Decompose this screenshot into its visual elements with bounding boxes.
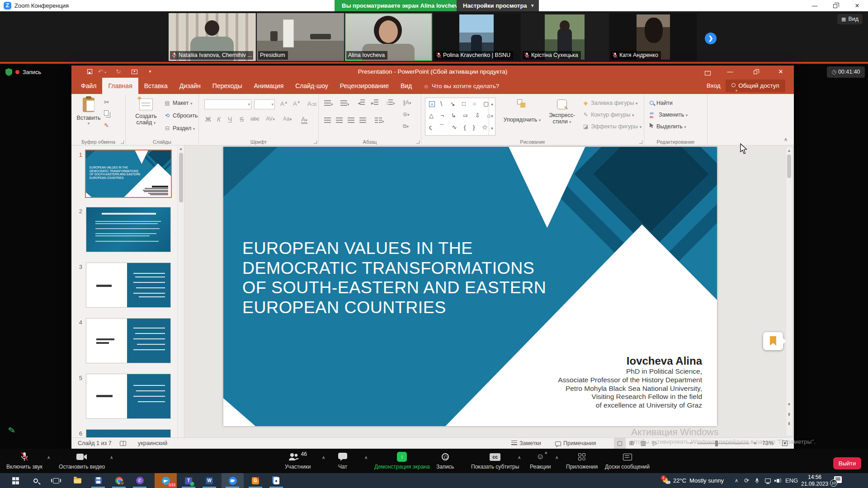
ppt-minimize-button[interactable]: — <box>721 66 740 78</box>
tab-design[interactable]: Дизайн <box>174 78 207 94</box>
font-name-combo[interactable]: ▾ <box>204 99 251 109</box>
dialog-launcher-icon[interactable] <box>416 141 420 144</box>
keyboard-language[interactable]: ENG <box>785 477 798 484</box>
normal-view-button[interactable]: ▢ <box>614 438 626 449</box>
tab-transitions[interactable]: Переходы <box>207 78 248 94</box>
shrink-font-button[interactable]: A▼ <box>293 100 301 107</box>
save-button[interactable] <box>84 66 95 78</box>
tray-mic-icon[interactable] <box>755 478 759 483</box>
zoom-app-button-active[interactable] <box>222 473 244 488</box>
tray-expand-chevron[interactable]: ∧ <box>735 478 738 483</box>
solitaire-button[interactable]: ♠ <box>266 473 286 488</box>
character-spacing-button[interactable]: AV▾ <box>266 116 275 122</box>
viber-button[interactable]: ✆ <box>130 473 150 488</box>
slide-thumbnail-2[interactable] <box>86 207 171 252</box>
customize-qat-button[interactable]: ▾ <box>146 66 155 78</box>
taskbar-app-floppy[interactable] <box>88 473 108 488</box>
paste-button[interactable]: Вставить ▾ <box>76 98 101 126</box>
increase-indent-button[interactable]: ▸ <box>371 99 378 106</box>
tell-me-search[interactable]: ☼Что вы хотите сделать? <box>418 78 505 94</box>
slide-title[interactable]: EUROPEAN VALUES IN THE DEMOCRATIC TRANSF… <box>242 239 546 317</box>
comments-button[interactable]: Примечания <box>555 438 596 449</box>
stop-video-button[interactable]: Остановить видео <box>59 451 105 470</box>
share-screen-button[interactable]: ↑ Демонстрация экрана <box>374 451 430 470</box>
word-button[interactable]: W <box>199 473 219 488</box>
start-slideshow-button[interactable] <box>128 66 140 78</box>
section-button[interactable]: ⊟Раздел ▾ <box>164 123 195 134</box>
annotate-pencil-icon[interactable]: ✎ <box>7 425 16 436</box>
unmute-button[interactable]: Включить звук <box>6 451 42 470</box>
tab-insert[interactable]: Вставка <box>138 78 174 94</box>
chat-chevron[interactable]: ∧ <box>364 455 368 460</box>
pdf-app-button[interactable]: G <box>245 473 265 488</box>
tab-review[interactable]: Рецензирование <box>334 78 395 94</box>
slide-thumbnail-5[interactable] <box>86 374 171 419</box>
collapse-ribbon-button[interactable]: ∧ <box>784 136 788 142</box>
tab-file[interactable]: Файл <box>75 78 102 94</box>
audio-options-chevron[interactable]: ∧ <box>47 455 50 460</box>
grow-font-button[interactable]: A▲ <box>280 100 288 107</box>
reactions-button[interactable]: ☺ Реакции <box>530 451 551 470</box>
clear-formatting-button[interactable]: A⌫ <box>307 100 316 107</box>
quick-styles-button[interactable]: Экспресс- стили ▾ <box>546 99 578 125</box>
share-document-button[interactable]: Общий доступ <box>726 80 785 92</box>
strikethrough-button[interactable]: S <box>240 116 244 123</box>
shape-outline-button[interactable]: ✎Контур фигуры ▾ <box>582 109 634 120</box>
scroll-down-icon[interactable]: ▼ <box>786 401 792 408</box>
layout-button[interactable]: ▤Макет ▾ <box>164 98 192 108</box>
slide-scrollbar[interactable]: ▲ ▼ ⇞ ⇟ <box>786 147 793 436</box>
underline-button[interactable]: Ч <box>228 116 232 123</box>
gallery-view-button[interactable]: ▦Вид <box>837 14 863 24</box>
proofing-icon[interactable] <box>120 438 126 449</box>
shapes-gallery[interactable]: A ∖ ↘ □ ○ ▢ △ ¬ ↳ ⇨ ⇩ ⌂ ς ⌒ ∿ { } ☆ ▲▼▼ <box>425 98 495 136</box>
select-button[interactable]: Выделить ▾ <box>650 121 686 132</box>
captions-button[interactable]: cc Показать субтитры <box>471 451 519 470</box>
shape-fill-button[interactable]: ◆Заливка фигуры ▾ <box>582 98 637 108</box>
previous-slide-button[interactable]: ⇞ <box>786 411 792 418</box>
thumbnail-scrollbar[interactable]: ▲ <box>177 145 184 437</box>
participant-tile[interactable]: Presidium <box>257 13 344 61</box>
view-settings-dropdown[interactable]: Настройки просмотра▼ <box>457 0 539 11</box>
restore-button[interactable] <box>826 0 844 11</box>
sign-in-link[interactable]: Вход <box>707 78 721 94</box>
record-button[interactable]: Запись <box>436 451 454 470</box>
tray-volume-icon[interactable] <box>777 479 779 483</box>
tab-slideshow[interactable]: Слайд-шоу <box>289 78 334 94</box>
ppt-close-button[interactable]: ✕ <box>771 66 790 78</box>
telegram-button-active[interactable]: 533 <box>155 473 177 488</box>
participant-tile[interactable]: Катя Андренко <box>609 13 697 61</box>
font-color-button[interactable]: A▾ <box>301 116 307 123</box>
shapes-scroll[interactable]: ▲▼▼ <box>489 98 495 136</box>
task-view-button[interactable] <box>46 473 66 488</box>
dialog-launcher-icon[interactable] <box>121 141 124 144</box>
teams-button[interactable]: T <box>179 473 198 488</box>
scroll-up-icon[interactable]: ▲ <box>786 147 792 154</box>
tab-view[interactable]: Вид <box>395 78 418 94</box>
cut-button[interactable]: ✂ <box>104 99 109 106</box>
slide-canvas[interactable]: EUROPEAN VALUES IN THE DEMOCRATIC TRANSF… <box>223 147 717 426</box>
participants-button[interactable]: 46 Участники <box>285 451 311 470</box>
dialog-launcher-icon[interactable] <box>314 141 317 144</box>
bullets-button[interactable]: ▾ <box>324 100 333 107</box>
notes-button[interactable]: Заметки <box>511 438 541 449</box>
participant-tile[interactable]: Крістіна Сухецька <box>521 13 609 61</box>
close-button[interactable]: ✕ <box>848 0 866 11</box>
shape-effects-button[interactable]: ◪Эффекты фигуры ▾ <box>582 121 642 132</box>
participants-chevron[interactable]: ∧ <box>322 455 325 460</box>
chat-button[interactable]: Чат <box>338 451 347 470</box>
participant-tile-active-speaker[interactable]: Alina Iovcheva <box>345 13 432 61</box>
scrollbar-thumb[interactable] <box>787 155 791 178</box>
file-explorer-button[interactable] <box>67 473 87 488</box>
leave-meeting-button[interactable]: Выйти <box>833 457 861 469</box>
format-painter-button[interactable]: ✎ <box>104 122 109 129</box>
italic-button[interactable]: К <box>217 116 221 123</box>
undo-button[interactable]: ↶ ▾ <box>96 66 108 78</box>
scrollbar-thumb[interactable] <box>179 153 183 202</box>
line-spacing-button[interactable]: ↕▾ <box>386 99 395 106</box>
start-button[interactable] <box>5 473 25 488</box>
slide-thumbnail-6[interactable] <box>86 429 171 437</box>
tab-animations[interactable]: Анимация <box>248 78 290 94</box>
ppt-restore-button[interactable] <box>746 66 765 78</box>
align-center-button[interactable] <box>336 117 343 124</box>
language-indicator[interactable]: украинский <box>138 438 167 449</box>
